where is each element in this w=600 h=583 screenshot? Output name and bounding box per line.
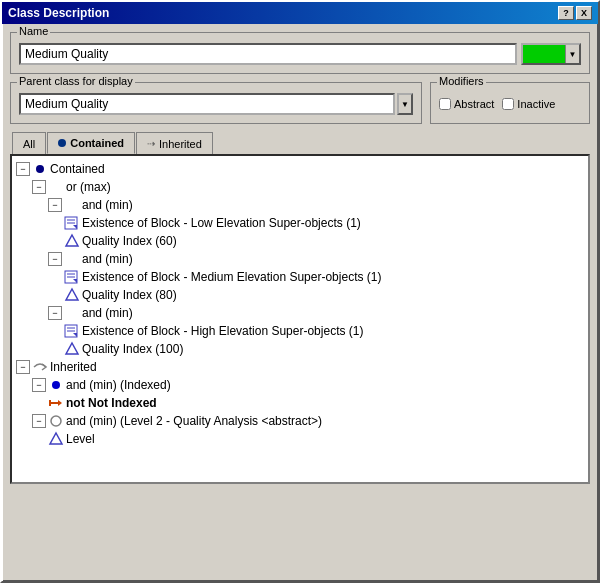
- name-input[interactable]: [19, 43, 517, 65]
- svg-marker-18: [50, 433, 62, 444]
- window-title: Class Description: [8, 6, 109, 20]
- tab-contained[interactable]: Contained: [47, 132, 135, 154]
- tree-row-inherited-root: − Inherited: [16, 358, 584, 376]
- parent-modifiers-row: Parent class for display ▼ Modifiers Abs…: [10, 82, 590, 124]
- abstract-label: Abstract: [454, 98, 494, 110]
- svg-marker-15: [58, 400, 62, 406]
- and-min-1-icon: [64, 197, 80, 213]
- expand-or-max[interactable]: −: [32, 180, 46, 194]
- tree-row-and-min-indexed: − and (min) (Indexed): [16, 376, 584, 394]
- tree-row-level: Level: [16, 430, 584, 448]
- existence-low-label: Existence of Block - Low Elevation Super…: [82, 216, 361, 230]
- expand-and-min-2[interactable]: −: [48, 252, 62, 266]
- tree-row-existence-low: Existence of Block - Low Elevation Super…: [16, 214, 584, 232]
- or-max-icon: [48, 179, 64, 195]
- svg-point-17: [51, 416, 61, 426]
- and-min-3-label: and (min): [82, 306, 133, 320]
- tree-row-qi-80: Quality Index (80): [16, 286, 584, 304]
- expand-inherited[interactable]: −: [16, 360, 30, 374]
- svg-point-13: [52, 381, 60, 389]
- tree-row-not-indexed: not Not Indexed: [16, 394, 584, 412]
- triangle-icon-100: [64, 341, 80, 357]
- tree-row-contained-root: − Contained: [16, 160, 584, 178]
- qi-60-label: Quality Index (60): [82, 234, 177, 248]
- parent-dropdown-arrow[interactable]: ▼: [397, 93, 413, 115]
- name-label: Name: [17, 25, 50, 37]
- abstract-checkbox[interactable]: [439, 98, 451, 110]
- and-min-indexed-label: and (min) (Indexed): [66, 378, 171, 392]
- level-label: Level: [66, 432, 95, 446]
- parent-select[interactable]: [19, 93, 395, 115]
- expand-and-min-indexed[interactable]: −: [32, 378, 46, 392]
- title-bar: Class Description ? X: [2, 2, 598, 24]
- edit-icon-low: [64, 215, 80, 231]
- close-button[interactable]: X: [576, 6, 592, 20]
- svg-marker-12: [66, 343, 78, 354]
- inherited-root-icon: [32, 359, 48, 375]
- main-window: Class Description ? X Name ▼ Parent clas…: [0, 0, 600, 583]
- tabs-row: All Contained ⇢ Inherited: [10, 132, 590, 154]
- contained-dot-icon: [58, 139, 66, 147]
- expand-contained[interactable]: −: [16, 162, 30, 176]
- not-indexed-label: not Not Indexed: [66, 396, 157, 410]
- contained-root-label: Contained: [50, 162, 105, 176]
- tab-inherited[interactable]: ⇢ Inherited: [136, 132, 213, 154]
- tree-row-existence-high: Existence of Block - High Elevation Supe…: [16, 322, 584, 340]
- svg-marker-4: [66, 235, 78, 246]
- triangle-icon-60: [64, 233, 80, 249]
- contained-node-icon: [32, 161, 48, 177]
- svg-point-0: [36, 165, 44, 173]
- expand-and-min-level2[interactable]: −: [32, 414, 46, 428]
- inactive-label: Inactive: [517, 98, 555, 110]
- qi-80-label: Quality Index (80): [82, 288, 177, 302]
- or-max-label: or (max): [66, 180, 111, 194]
- tree-row-or-max: − or (max): [16, 178, 584, 196]
- tree-row-qi-60: Quality Index (60): [16, 232, 584, 250]
- inherited-root-label: Inherited: [50, 360, 97, 374]
- qi-100-label: Quality Index (100): [82, 342, 183, 356]
- inactive-checkbox[interactable]: [502, 98, 514, 110]
- modifiers-label: Modifiers: [437, 75, 486, 87]
- tree-row-and-min-2: − and (min): [16, 250, 584, 268]
- existence-medium-label: Existence of Block - Medium Elevation Su…: [82, 270, 381, 284]
- abstract-checkbox-item: Abstract: [439, 98, 494, 110]
- parent-label: Parent class for display: [17, 75, 135, 87]
- and-min-2-label: and (min): [82, 252, 133, 266]
- tab-contained-label: Contained: [70, 137, 124, 149]
- triangle-level-icon: [48, 431, 64, 447]
- tree-row-and-min-1: − and (min): [16, 196, 584, 214]
- tab-all-label: All: [23, 138, 35, 150]
- and-min-1-label: and (min): [82, 198, 133, 212]
- help-button[interactable]: ?: [558, 6, 574, 20]
- parent-select-row: ▼: [19, 93, 413, 115]
- modifiers-group: Modifiers Abstract Inactive: [430, 82, 590, 124]
- tree-row-qi-100: Quality Index (100): [16, 340, 584, 358]
- parent-group: Parent class for display ▼: [10, 82, 422, 124]
- tree-panel: − Contained − or (max) − and (min): [10, 154, 590, 484]
- expand-and-min-1[interactable]: −: [48, 198, 62, 212]
- color-arrow-icon: ▼: [565, 45, 579, 63]
- triangle-icon-80: [64, 287, 80, 303]
- dialog-content: Name ▼ Parent class for display ▼ Modifi…: [2, 24, 598, 492]
- color-dropdown[interactable]: ▼: [521, 43, 581, 65]
- and-min-3-icon: [64, 305, 80, 321]
- edit-icon-high: [64, 323, 80, 339]
- title-bar-buttons: ? X: [558, 6, 592, 20]
- tree-row-and-min-3: − and (min): [16, 304, 584, 322]
- existence-high-label: Existence of Block - High Elevation Supe…: [82, 324, 363, 338]
- name-row: ▼: [19, 43, 581, 65]
- tab-inherited-label: Inherited: [159, 138, 202, 150]
- expand-and-min-3[interactable]: −: [48, 306, 62, 320]
- inherited-icon: ⇢: [147, 138, 155, 149]
- tree-row-existence-medium: Existence of Block - Medium Elevation Su…: [16, 268, 584, 286]
- circle-level2-icon: [48, 413, 64, 429]
- blue-dot-indexed-icon: [48, 377, 64, 393]
- and-min-2-icon: [64, 251, 80, 267]
- svg-marker-8: [66, 289, 78, 300]
- name-group: Name ▼: [10, 32, 590, 74]
- tree-row-and-min-level2: − and (min) (Level 2 - Quality Analysis …: [16, 412, 584, 430]
- edit-icon-medium: [64, 269, 80, 285]
- inactive-checkbox-item: Inactive: [502, 98, 555, 110]
- not-indexed-arrow-icon: [48, 395, 64, 411]
- tab-all[interactable]: All: [12, 132, 46, 154]
